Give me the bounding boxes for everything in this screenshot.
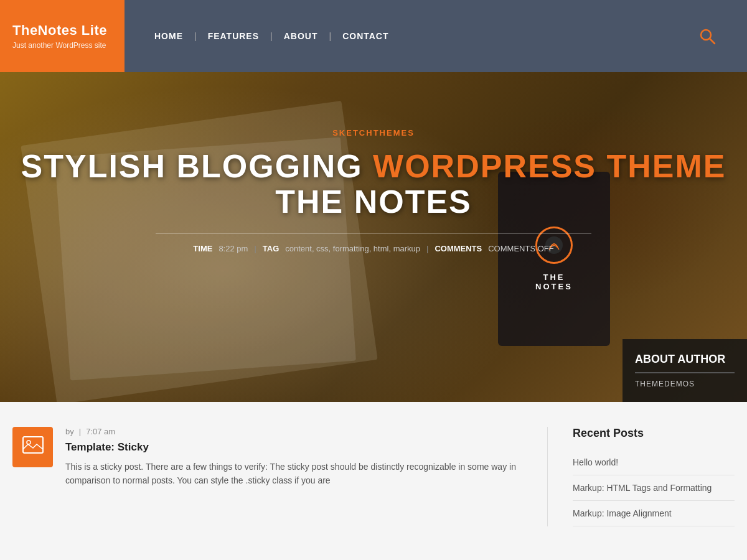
main-nav: HOME | FEATURES | ABOUT | CONTACT bbox=[125, 0, 747, 72]
hero-section: THENOTES SKETCHTHEMES STYLISH BLOGGING W… bbox=[0, 72, 747, 402]
hero-title: STYLISH BLOGGING WORDPRESS THEME THE NOT… bbox=[0, 149, 747, 220]
recent-post-1[interactable]: Hello world! bbox=[573, 450, 735, 475]
post-by: by bbox=[65, 427, 74, 436]
svg-point-4 bbox=[27, 441, 31, 444]
about-author-title: ABOUT AUTHOR bbox=[635, 353, 735, 373]
tag-value: content, css, formatting, html, markup bbox=[285, 244, 420, 253]
comments-value: COMMENTS OFF bbox=[488, 244, 553, 253]
meta-sep-2: | bbox=[426, 244, 428, 253]
main-content: by | 7:07 am Template: Sticky This is a … bbox=[12, 427, 522, 526]
nav-features[interactable]: FEATURES bbox=[197, 31, 270, 41]
site-header: TheNotes Lite Just another WordPress sit… bbox=[0, 0, 747, 72]
recent-posts-title: Recent Posts bbox=[573, 427, 735, 440]
hero-title-highlight: WORDPRESS THEME bbox=[373, 148, 726, 184]
time-label: TIME bbox=[193, 244, 212, 253]
post-time: 7:07 am bbox=[86, 427, 115, 436]
time-value: 8:22 pm bbox=[218, 244, 248, 253]
about-author-name: THEMEDEMOS bbox=[635, 380, 735, 388]
post-card: by | 7:07 am Template: Sticky This is a … bbox=[12, 427, 522, 488]
tag-label: TAG bbox=[263, 244, 279, 253]
nav-contact[interactable]: CONTACT bbox=[331, 31, 400, 41]
post-body: by | 7:07 am Template: Sticky This is a … bbox=[65, 427, 522, 488]
nav-home[interactable]: HOME bbox=[143, 31, 194, 41]
search-button[interactable] bbox=[698, 27, 716, 45]
sidebar: Recent Posts Hello world! Markup: HTML T… bbox=[573, 427, 735, 526]
site-tagline: Just another WordPress site bbox=[12, 41, 112, 50]
post-thumbnail bbox=[12, 427, 53, 467]
recent-post-3[interactable]: Markup: Image Alignment bbox=[573, 501, 735, 526]
nav-about[interactable]: ABOUT bbox=[273, 31, 329, 41]
comments-label: COMMENTS bbox=[435, 244, 482, 253]
content-area: by | 7:07 am Template: Sticky This is a … bbox=[0, 402, 747, 551]
post-meta-sep: | bbox=[79, 427, 81, 436]
site-branding: TheNotes Lite Just another WordPress sit… bbox=[0, 0, 125, 72]
hero-content: SKETCHTHEMES STYLISH BLOGGING WORDPRESS … bbox=[0, 72, 747, 253]
hero-title-part1: STYLISH BLOGGING bbox=[21, 148, 374, 184]
content-divider bbox=[547, 427, 548, 526]
post-meta-row: by | 7:07 am bbox=[65, 427, 522, 436]
svg-rect-3 bbox=[23, 437, 43, 453]
recent-post-2[interactable]: Markup: HTML Tags and Formatting bbox=[573, 475, 735, 501]
svg-line-1 bbox=[710, 39, 715, 44]
hero-subtitle: SKETCHTHEMES bbox=[0, 128, 747, 138]
about-author-panel: ABOUT AUTHOR THEMEDEMOS bbox=[622, 339, 747, 402]
image-icon bbox=[22, 436, 44, 459]
hero-title-part2: THE NOTES bbox=[275, 184, 472, 220]
meta-sep-1: | bbox=[254, 244, 256, 253]
post-excerpt: This is a sticky post. There are a few t… bbox=[65, 460, 522, 488]
hero-divider bbox=[156, 233, 591, 234]
hero-meta: TIME 8:22 pm | TAG content, css, formatt… bbox=[0, 244, 747, 253]
site-title[interactable]: TheNotes Lite bbox=[12, 22, 112, 39]
post-title[interactable]: Template: Sticky bbox=[65, 441, 522, 454]
